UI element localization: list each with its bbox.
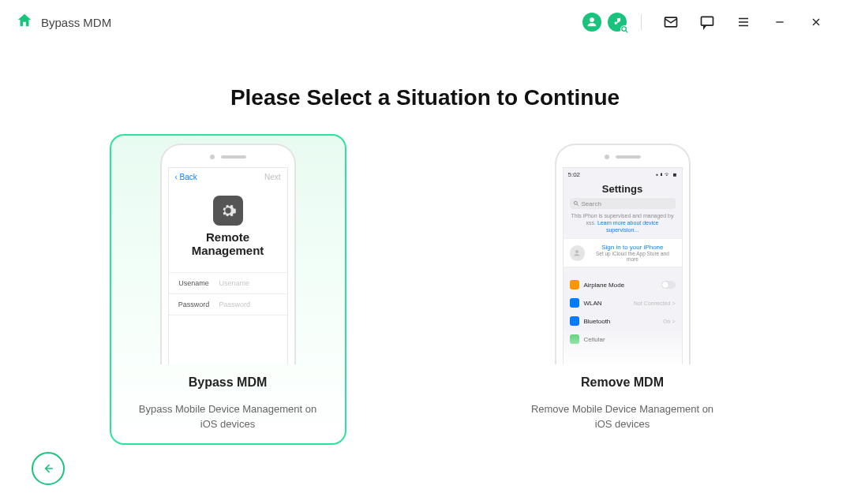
card-subtitle: Remove Mobile Device Management on iOS d… xyxy=(520,402,725,432)
phone-back-label: ‹ Back xyxy=(175,173,197,181)
titlebar: Bypass MDM xyxy=(0,0,850,44)
svg-rect-2 xyxy=(702,17,713,25)
phone-supervision-text: This iPhon is supervised and managed by … xyxy=(564,212,682,238)
phone-search: Search xyxy=(570,198,676,209)
card-title: Bypass MDM xyxy=(125,375,331,390)
phone-rm-heading: RemoteManagement xyxy=(169,230,287,258)
minimize-button[interactable] xyxy=(766,9,793,35)
phone-status-icons: ▪ ▮ ᯤ ■ xyxy=(656,171,676,178)
menu-icon[interactable] xyxy=(730,9,757,35)
card-bypass-mdm[interactable]: ‹ Back Next RemoteManagement UsenameUsen… xyxy=(110,134,346,445)
feedback-icon[interactable] xyxy=(694,9,721,35)
main-heading: Please Select a Situation to Continue xyxy=(0,85,850,110)
phone-preview-bypass: ‹ Back Next RemoteManagement UsenameUsen… xyxy=(160,144,296,364)
option-cards: ‹ Back Next RemoteManagement UsenameUsen… xyxy=(0,134,850,445)
card-title: Remove MDM xyxy=(520,375,725,390)
svg-point-3 xyxy=(574,201,577,204)
mail-icon[interactable] xyxy=(657,9,684,35)
page-title: Bypass MDM xyxy=(41,16,111,29)
phone-preview-remove: 5:02 ▪ ▮ ᯤ ■ Settings Search This iPhon … xyxy=(555,144,691,364)
gear-icon xyxy=(213,196,243,226)
phone-next-label: Next xyxy=(264,173,281,181)
phone-settings-item: WLANNot Connected > xyxy=(564,293,682,312)
phone-settings-item: Airplane Mode xyxy=(564,275,682,293)
home-icon[interactable] xyxy=(16,12,33,32)
music-search-icon[interactable] xyxy=(608,13,627,32)
back-button[interactable] xyxy=(32,452,65,485)
phone-time: 5:02 xyxy=(568,171,581,178)
avatar-icon xyxy=(570,245,586,261)
card-remove-mdm[interactable]: 5:02 ▪ ▮ ᯤ ■ Settings Search This iPhon … xyxy=(504,134,741,445)
phone-settings-heading: Settings xyxy=(564,178,682,198)
phone-signin-row: Sign in to your iPhone Set up iCloud the… xyxy=(564,238,682,267)
account-icon[interactable] xyxy=(582,13,601,32)
divider xyxy=(641,14,642,30)
svg-point-0 xyxy=(622,27,627,32)
close-button[interactable] xyxy=(803,9,829,35)
card-subtitle: Bypass Mobile Device Management on iOS d… xyxy=(125,402,331,432)
